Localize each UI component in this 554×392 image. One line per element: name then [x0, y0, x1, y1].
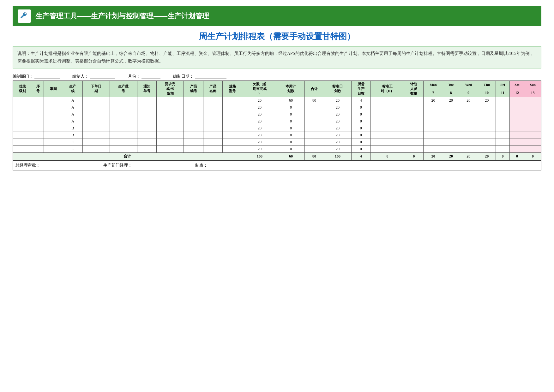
- table-cell: [496, 132, 510, 139]
- table-cell: [524, 97, 541, 104]
- table-cell: [443, 146, 459, 152]
- table-cell: [223, 139, 242, 146]
- table-cell: 20: [242, 104, 277, 111]
- date-value: [195, 74, 226, 79]
- table-cell: [13, 146, 32, 152]
- table-cell: 20: [242, 146, 277, 152]
- table-cell: 20: [242, 132, 277, 139]
- table-cell: [371, 118, 404, 125]
- table-cell: 20: [324, 104, 351, 111]
- col-noticeno: 通知单号: [137, 80, 156, 97]
- table-cell: 0: [277, 132, 304, 139]
- table-cell: [44, 125, 63, 132]
- table-cell: 20: [242, 111, 277, 118]
- table-cell: [137, 139, 156, 146]
- total-cell: 20: [443, 152, 459, 160]
- table-cell: [478, 146, 496, 152]
- table-cell: [82, 125, 110, 132]
- month-field: 月份：: [128, 74, 160, 79]
- table-cell: A: [63, 104, 82, 111]
- table-cell: [443, 104, 459, 111]
- col-priority: 优先级别: [13, 80, 32, 97]
- table-cell: [203, 111, 222, 118]
- table-cell: [157, 132, 184, 139]
- total-row: 合计160608016040020202020000: [13, 152, 541, 160]
- table-cell: [304, 104, 324, 111]
- col-day-12: 12: [510, 89, 524, 97]
- table-cell: [110, 118, 137, 125]
- table-cell: C: [63, 139, 82, 146]
- table-cell: 60: [277, 97, 304, 104]
- table-cell: [13, 118, 32, 125]
- table-cell: [110, 146, 137, 152]
- table-cell: [157, 125, 184, 132]
- table-cell: [496, 104, 510, 111]
- table-cell: [13, 111, 32, 118]
- table-cell: 20: [242, 118, 277, 125]
- table-cell: [424, 146, 443, 152]
- table-cell: [203, 104, 222, 111]
- table-row: B200200: [13, 132, 541, 139]
- col-total: 合计: [304, 80, 324, 97]
- table-cell: [110, 139, 137, 146]
- table-cell: [32, 104, 44, 111]
- schedule-table: 优先级别 序号 车间 生产线 下单日期 生产批号 通知单号 要求完成/出货期 产…: [13, 80, 541, 170]
- author-label: 编制人：: [72, 74, 89, 79]
- page-title: 周生产计划排程表（需要手动设置甘特图）: [13, 31, 541, 42]
- table-cell: [82, 132, 110, 139]
- table-cell: 20: [242, 139, 277, 146]
- table-cell: [32, 146, 44, 152]
- table-cell: [13, 139, 32, 146]
- table-cell: [478, 139, 496, 146]
- col-mon-header: Mon: [424, 80, 443, 89]
- author-field: 编制人：: [72, 74, 115, 79]
- table-cell: 0: [277, 146, 304, 152]
- col-thu-header: Thu: [478, 80, 496, 89]
- table-cell: 20: [324, 125, 351, 132]
- table-cell: [404, 125, 423, 132]
- table-cell: [82, 118, 110, 125]
- app-icon: [18, 9, 31, 23]
- table-cell: [44, 118, 63, 125]
- footer-cell: 总经理审批： 生产部门经理： 制表：: [13, 160, 541, 170]
- table-cell: [371, 97, 404, 104]
- table-cell: 80: [304, 97, 324, 104]
- table-cell: 0: [351, 125, 370, 132]
- table-cell: A: [63, 111, 82, 118]
- table-cell: [184, 139, 203, 146]
- table-cell: [424, 139, 443, 146]
- date-field: 编制日期：: [173, 74, 226, 79]
- table-cell: [32, 139, 44, 146]
- col-orderdate: 下单日期: [82, 80, 110, 97]
- table-cell: [496, 118, 510, 125]
- col-day-13: 13: [524, 89, 541, 97]
- table-cell: [203, 139, 222, 146]
- table-cell: [44, 104, 63, 111]
- table-cell: 0: [351, 146, 370, 152]
- table-cell: [184, 97, 203, 104]
- table-cell: [137, 146, 156, 152]
- col-deficit: 欠数（前期末完成）: [242, 80, 277, 97]
- table-cell: [459, 125, 478, 132]
- table-cell: [404, 118, 423, 125]
- dept-label: 编制部门：: [13, 74, 33, 79]
- table-cell: [44, 97, 63, 104]
- table-cell: [443, 118, 459, 125]
- table-cell: 0: [351, 111, 370, 118]
- col-plan-staff: 计划人员数量: [404, 80, 423, 97]
- table-cell: [443, 111, 459, 118]
- col-workshop: 车间: [44, 80, 63, 97]
- table-cell: [13, 125, 32, 132]
- col-prod-days: 所需生产日数: [351, 80, 370, 97]
- table-cell: [510, 118, 524, 125]
- table-cell: [110, 125, 137, 132]
- table-cell: [137, 104, 156, 111]
- total-cell: 160: [324, 152, 351, 160]
- header-bar: 生产管理工具——生产计划与控制管理——生产计划管理: [13, 6, 541, 26]
- col-day-11: 11: [496, 89, 510, 97]
- table-cell: [223, 132, 242, 139]
- table-cell: [110, 97, 137, 104]
- table-cell: [223, 125, 242, 132]
- month-label: 月份：: [128, 74, 140, 79]
- table-cell: [424, 132, 443, 139]
